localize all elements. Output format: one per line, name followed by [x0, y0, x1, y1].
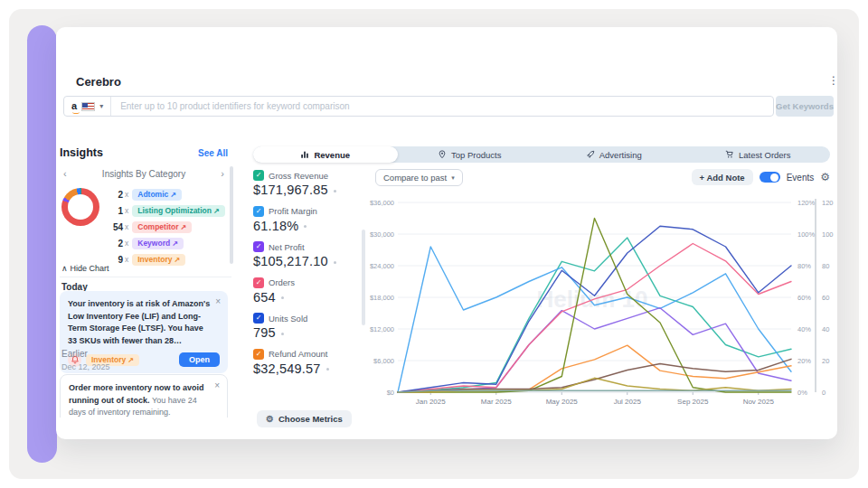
svg-text:80%: 80%: [797, 262, 811, 270]
insights-carousel: ‹ Insights By Category ›: [60, 168, 228, 179]
metric-checkbox[interactable]: ✓: [253, 349, 264, 360]
notification-card-order-inventory[interactable]: × Order more inventory now to avoid runn…: [60, 374, 228, 418]
metric-value: 654: [253, 290, 365, 305]
svg-text:$12,000: $12,000: [370, 325, 394, 333]
category-badge-keyword[interactable]: Keyword↗: [132, 238, 184, 249]
category-row-inventory: 9x Inventory↗: [112, 251, 225, 267]
svg-text:60%: 60%: [797, 294, 811, 302]
tab-latest-orders[interactable]: Latest Orders: [686, 146, 831, 163]
see-all-link[interactable]: See All: [198, 148, 228, 158]
bar-chart-icon: [300, 150, 309, 159]
metric-checkbox[interactable]: ✓: [253, 313, 264, 324]
get-keywords-button[interactable]: Get Keywords: [776, 96, 834, 117]
series-profit-margin: [398, 247, 791, 392]
svg-text:20%: 20%: [797, 357, 811, 365]
series-refund-amount: [398, 345, 791, 392]
svg-text:0%: 0%: [797, 389, 807, 397]
metric-value: $105,217.10: [253, 254, 365, 268]
events-toggle[interactable]: [760, 172, 780, 183]
open-button[interactable]: Open: [179, 352, 220, 367]
svg-text:80: 80: [822, 262, 829, 270]
metric-value: 795: [253, 325, 365, 340]
category-badge-inventory[interactable]: Inventory↗: [132, 254, 185, 266]
svg-text:$36,000: $36,000: [370, 199, 394, 207]
metric-checkbox[interactable]: ✓: [253, 241, 264, 252]
carousel-prev-icon[interactable]: ‹: [60, 168, 71, 179]
series-gross-revenue: [398, 238, 791, 392]
page-title: Cerebro: [76, 75, 121, 89]
insights-title: Insights: [60, 146, 103, 159]
metric-value: $32,549.57: [253, 361, 365, 376]
revenue-chart[interactable]: $00%0$6,00020%20$12,00040%40$18,00060%60…: [366, 188, 836, 421]
external-link-icon: ↗: [127, 356, 134, 364]
category-badge-competitor[interactable]: Competitor↗: [132, 221, 192, 233]
sidebar-scrollbar[interactable]: [230, 166, 233, 264]
metric-gross-revenue: ✓Gross Revenue $171,967.85: [253, 170, 365, 197]
close-icon[interactable]: ×: [215, 296, 221, 306]
metric-orders: ✓Orders 654: [253, 277, 365, 305]
svg-text:May 2025: May 2025: [546, 398, 579, 406]
external-link-icon: ↗: [213, 207, 220, 215]
add-note-button[interactable]: + Add Note: [692, 169, 753, 185]
svg-text:60: 60: [822, 294, 829, 302]
carousel-next-icon[interactable]: ›: [217, 168, 228, 179]
svg-text:$6,000: $6,000: [373, 357, 394, 365]
external-link-icon: ↗: [172, 239, 178, 248]
metric-checkbox[interactable]: ✓: [253, 170, 264, 181]
svg-text:$30,000: $30,000: [370, 230, 394, 239]
category-row-keyword: 2x Keyword↗: [112, 235, 225, 251]
svg-text:Mar 2025: Mar 2025: [481, 398, 512, 406]
category-badge-listing-optimization[interactable]: Listing Optimization↗: [132, 205, 224, 217]
us-flag-icon: [81, 102, 95, 111]
external-link-icon: ↗: [170, 191, 176, 199]
category-row-adtomic: 2x Adtomic↗: [112, 186, 225, 202]
app-window: Cerebro ⋮ a ▾ Get Keywords Insights See …: [56, 27, 837, 439]
metric-refund-amount: ✓Refund Amount $32,549.57: [253, 349, 365, 376]
hide-chart-toggle[interactable]: ∧Hide Chart: [61, 262, 112, 273]
notification-text: Your inventory is at risk of Amazon's Lo…: [68, 298, 220, 347]
close-icon[interactable]: ×: [214, 380, 220, 390]
cart-icon: [725, 150, 734, 159]
metric-checkbox[interactable]: ✓: [253, 206, 264, 217]
tab-revenue[interactable]: Revenue: [253, 146, 398, 163]
insights-panel: Insights See All ‹ Insights By Category …: [60, 146, 237, 418]
metrics-scrollbar[interactable]: [362, 230, 365, 325]
rocket-icon: [586, 150, 595, 159]
feed-earlier-label: Earlier: [61, 349, 88, 359]
svg-text:100: 100: [822, 230, 834, 239]
feed-date: Dec 12, 2025: [61, 362, 110, 371]
notification-card-inventory-risk[interactable]: × Your inventory is at risk of Amazon's …: [60, 291, 228, 373]
compare-to-past-select[interactable]: Compare to past ▾: [375, 169, 463, 186]
svg-text:$0: $0: [387, 389, 394, 397]
notification-text: Order more inventory now to avoid runnin…: [69, 382, 219, 418]
tab-top-products[interactable]: Top Products: [398, 146, 542, 163]
more-options-icon[interactable]: ⋮: [828, 74, 837, 87]
svg-text:100%: 100%: [797, 230, 816, 239]
tab-advertising[interactable]: Advertising: [542, 146, 686, 163]
svg-text:Sep 2025: Sep 2025: [677, 398, 709, 406]
category-badge-adtomic[interactable]: Adtomic↗: [132, 189, 182, 201]
svg-text:Jan 2025: Jan 2025: [416, 398, 446, 406]
divider: [60, 277, 231, 277]
choose-metrics-button[interactable]: ⚙ Choose Metrics: [257, 410, 352, 427]
decorative-purple-pill: [27, 25, 57, 463]
insight-category-list: 2x Adtomic↗ 1x Listing Optimization↗ 54x…: [112, 186, 225, 267]
svg-text:$18,000: $18,000: [370, 294, 394, 302]
carousel-title: Insights By Category: [102, 169, 185, 179]
marketplace-selector[interactable]: a ▾: [64, 97, 111, 116]
metrics-list: ✓Gross Revenue $171,967.85 ✓Profit Margi…: [253, 170, 365, 384]
events-label: Events: [787, 173, 815, 183]
external-link-icon: ↗: [175, 256, 181, 264]
svg-text:120%: 120%: [797, 199, 816, 207]
search-input[interactable]: [111, 101, 773, 111]
chevron-down-icon: ▾: [451, 174, 455, 182]
metric-value: 61.18%: [253, 219, 365, 233]
svg-text:$24,000: $24,000: [370, 262, 394, 270]
svg-text:120: 120: [822, 199, 834, 207]
svg-text:0: 0: [822, 389, 826, 397]
chart-toolbar: + Add Note Events ⚙: [599, 169, 830, 185]
metric-checkbox[interactable]: ✓: [253, 277, 264, 288]
metric-net-profit: ✓Net Profit $105,217.10: [253, 241, 365, 268]
category-row-listing-optimization: 1x Listing Optimization↗: [112, 202, 225, 219]
gear-icon[interactable]: ⚙: [820, 171, 830, 183]
